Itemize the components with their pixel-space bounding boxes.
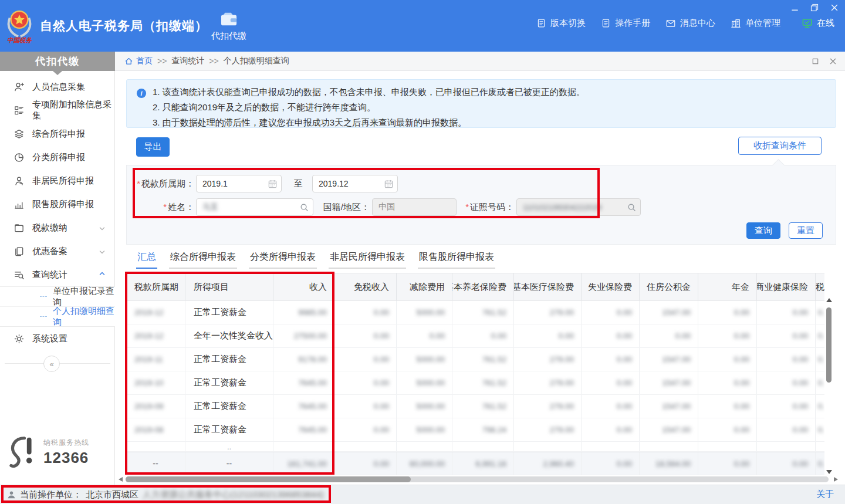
pages-icon	[13, 245, 25, 257]
scroll-left-arrow[interactable]	[119, 477, 123, 482]
search-button[interactable]: 查询	[746, 222, 780, 239]
tab-非居民所得申报表[interactable]: 非居民所得申报表	[329, 251, 406, 269]
table-row[interactable]: 2019-08正常工资薪金7645.000.005000.00798.24279…	[126, 418, 824, 442]
id-number-input[interactable]: 110102199304222029	[516, 198, 641, 216]
table-row[interactable]: 2019-11正常工资薪金9178.000.005000.00761.52279…	[126, 348, 824, 371]
cell-value: 0.00	[757, 371, 816, 394]
hotline-number: 12366	[43, 449, 89, 467]
breadcrumb-item[interactable]: 查询统计	[171, 56, 204, 66]
vertical-scrollbar[interactable]	[824, 273, 833, 475]
cell-period: 2019-12	[126, 301, 185, 324]
summary-value: 0.00	[757, 452, 816, 475]
name-input[interactable]: 马某	[196, 198, 313, 216]
summary-value: 0.00	[334, 452, 397, 475]
person-add-icon	[13, 81, 25, 93]
gear-icon	[13, 333, 25, 344]
breadcrumb: 首页>>查询统计>>个人扣缴明细查询	[124, 52, 289, 70]
sidebar-item-preferential-filing[interactable]: 优惠备案	[0, 239, 115, 263]
reset-button[interactable]: 重置	[789, 222, 823, 239]
sidebar-item-query-statistics[interactable]: 查询统计	[0, 263, 115, 286]
table-row[interactable]: 2019-09正常工资薪金7645.000.005000.00761.52279…	[126, 395, 824, 418]
page-close-icon[interactable]	[829, 57, 837, 65]
sidebar-subitem-unit-declare-records[interactable]: 单位申报记录查询	[0, 287, 115, 307]
hotline-label: 纳税服务热线	[43, 438, 89, 448]
sidebar-item-system-settings[interactable]: 系统设置	[0, 327, 115, 350]
column-header: 商业健康保险	[757, 273, 816, 300]
hotline-logo	[7, 434, 38, 471]
sidebar-item-comprehensive-income[interactable]: 综合所得申报	[0, 122, 115, 146]
breadcrumb-item[interactable]: 首页	[124, 56, 153, 66]
tab-限售股所得申报表[interactable]: 限售股所得申报表	[418, 251, 495, 269]
current-unit-value: 北京市西城区	[86, 489, 138, 500]
wallet-icon	[13, 222, 25, 234]
cell-value: 5000.00	[397, 301, 452, 324]
cell-clipped-hint: ..	[185, 442, 273, 451]
cell-income-item: 正常工资薪金	[185, 301, 273, 324]
table-header-row: 税款所属期所得项目收入免税收入减除费用基本养老保险费基本医疗保险费失业保险费住房…	[126, 273, 824, 301]
module-tab-withholding[interactable]: 代扣代缴	[202, 5, 256, 48]
sidebar-item-tax-payment[interactable]: 税款缴纳	[0, 216, 115, 239]
calendar-icon[interactable]	[384, 179, 394, 189]
scroll-up-arrow[interactable]	[826, 298, 832, 302]
sidebar-item-restricted-stock[interactable]: 限售股所得申报	[0, 192, 115, 216]
chevron-down-icon	[99, 224, 106, 231]
column-header: 失业保险费	[582, 273, 640, 300]
cell-value: 0.00	[582, 324, 640, 347]
export-button[interactable]: 导出	[136, 137, 170, 157]
search-icon[interactable]	[299, 202, 309, 212]
table-row[interactable]: 2019-12全年一次性奖金收入27500.000.000.000.000.00…	[126, 324, 824, 348]
vertical-scroll-thumb[interactable]	[826, 307, 832, 383]
cell-value: 0.00	[757, 418, 816, 441]
menu-version-switch[interactable]: 版本切换	[536, 18, 586, 29]
cell-empty	[698, 442, 757, 451]
cell-value: 0.00	[757, 395, 816, 418]
menu-manual[interactable]: 操作手册	[601, 18, 650, 29]
sidebar-subitem-personal-withholding-detail[interactable]: 个人扣缴明细查询	[0, 307, 115, 326]
collapse-query-button[interactable]: 收折查询条件	[738, 137, 822, 155]
sidebar-item-classified-income[interactable]: 分类所得申报	[0, 146, 115, 169]
scroll-down-arrow[interactable]	[826, 470, 832, 474]
cell-empty	[452, 442, 514, 451]
search-icon[interactable]	[627, 202, 637, 212]
horizontal-scrollbar[interactable]	[119, 475, 838, 483]
sidebar-header-caret	[53, 71, 62, 75]
sidebar-nav: 人员信息采集专项附加扣除信息采集综合所得申报分类所得申报非居民所得申报限售股所得…	[0, 75, 115, 350]
menu-message-center[interactable]: 消息中心	[665, 18, 715, 29]
table-row[interactable]: 2019-12正常工资薪金9985.000.005000.00761.52279…	[126, 301, 824, 324]
tab-汇总[interactable]: 汇总	[136, 251, 157, 269]
cell-value: 0.	[816, 301, 824, 324]
about-link[interactable]: 关于	[816, 489, 834, 500]
sidebar-item-special-deduction[interactable]: 专项附加扣除信息采集	[0, 99, 115, 122]
period-to-input[interactable]: 2019.12	[312, 175, 398, 192]
column-header: 免税收入	[334, 273, 397, 300]
cell-value: 798.24	[452, 418, 514, 441]
cell-value: 5000.00	[397, 395, 452, 418]
table-row[interactable]: 2019-10正常工资薪金7645.000.005000.00761.52279…	[126, 371, 824, 395]
nationality-input[interactable]: 中国	[372, 198, 457, 216]
cell-value: 279.00	[514, 371, 582, 394]
cell-value: 9178.00	[273, 348, 334, 371]
table-summary-row: ----161,741.000.0060,000.006,991.162,960…	[126, 452, 824, 475]
minimize-icon[interactable]	[790, 4, 799, 12]
sidebar-collapse-button[interactable]: «	[43, 356, 60, 372]
scroll-right-arrow[interactable]	[834, 477, 838, 482]
status-bar: 当前操作单位：北京市西城区人力资源公共服务中心(1211030213968538…	[0, 485, 845, 504]
period-from-input[interactable]: 2019.1	[196, 175, 282, 192]
tab-分类所得申报表[interactable]: 分类所得申报表	[249, 251, 317, 269]
building-icon	[731, 18, 741, 29]
tab-综合所得申报表[interactable]: 综合所得申报表	[169, 251, 237, 269]
cell-value: 0.00	[698, 395, 757, 418]
cell-value: 1547.00	[640, 395, 698, 418]
cell-value: 0.00	[698, 348, 757, 371]
sidebar-item-personnel-info[interactable]: 人员信息采集	[0, 75, 115, 99]
horizontal-scroll-thumb[interactable]	[126, 476, 411, 482]
close-icon[interactable]	[830, 4, 839, 12]
breadcrumb-item[interactable]: 个人扣缴明细查询	[224, 56, 289, 66]
menu-org-manage[interactable]: 单位管理	[731, 18, 780, 29]
page-maximize-icon[interactable]	[811, 57, 819, 65]
sidebar-item-nonresident-income[interactable]: 非居民所得申报	[0, 169, 115, 192]
summary-value: 2,960.40	[514, 452, 582, 475]
calendar-icon[interactable]	[268, 179, 278, 189]
restore-icon[interactable]	[810, 4, 819, 12]
cell-value: 0.00	[334, 371, 397, 394]
